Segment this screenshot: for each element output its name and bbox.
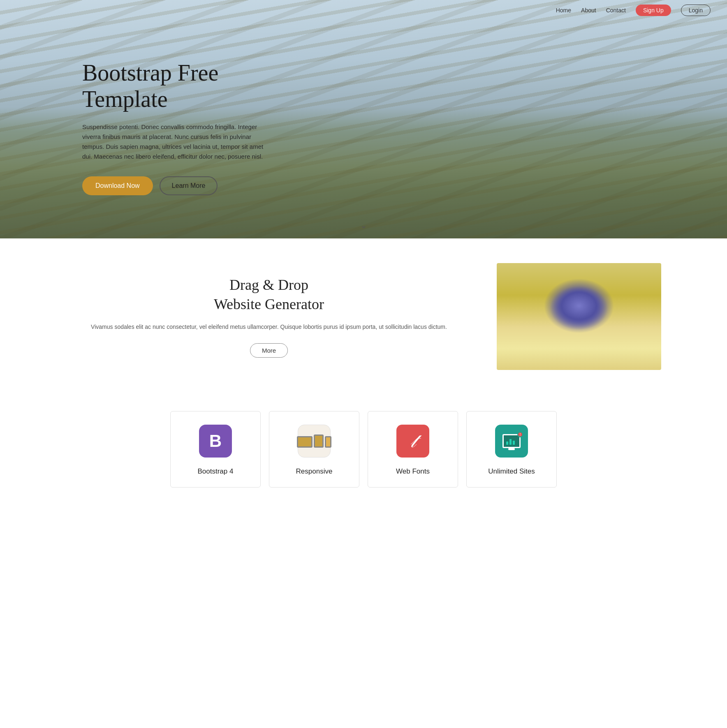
unlimited-label: Unlimited Sites xyxy=(488,467,535,476)
chart-bar-2 xyxy=(509,439,512,445)
phone-device xyxy=(325,436,331,448)
hero-buttons: Download Now Learn More xyxy=(82,176,267,195)
bootstrap-b-letter: B xyxy=(209,431,222,451)
tablet-device xyxy=(314,434,324,448)
download-now-button[interactable]: Download Now xyxy=(82,176,153,195)
feature-card-webfonts: 𝓉 Web Fonts xyxy=(368,411,458,488)
devices-graphic xyxy=(297,434,331,448)
hero-content: Bootstrap Free Template Suspendisse pote… xyxy=(0,27,267,212)
chart-bars xyxy=(506,439,515,445)
responsive-label: Responsive xyxy=(296,467,333,476)
nav-item-home[interactable]: Home xyxy=(556,7,571,14)
nav-item-about[interactable]: About xyxy=(581,7,596,14)
middle-section: Drag & Drop Website Generator Vivamus so… xyxy=(0,238,727,395)
nav-link-contact[interactable]: Contact xyxy=(606,7,626,14)
learn-more-button[interactable]: Learn More xyxy=(160,176,218,195)
hero-section: Bootstrap Free Template Suspendisse pote… xyxy=(0,0,727,238)
unlimited-icon-inner: ! xyxy=(502,434,521,448)
middle-image xyxy=(497,263,661,370)
nav-link-about[interactable]: About xyxy=(581,7,596,14)
feature-card-unlimited: ! Unlimited Sites xyxy=(466,411,557,488)
monitor-device xyxy=(297,436,313,448)
responsive-icon xyxy=(298,425,331,458)
script-f-letter: 𝓉 xyxy=(410,430,416,452)
scroll-chevron-icon[interactable]: ⌄ xyxy=(360,220,367,230)
more-button[interactable]: More xyxy=(250,343,288,358)
chart-bar-3 xyxy=(513,441,515,445)
middle-text: Drag & Drop Website Generator Vivamus so… xyxy=(66,263,472,370)
unlimited-icon: ! xyxy=(495,425,528,458)
feature-card-responsive: Responsive xyxy=(269,411,359,488)
features-section: B Bootstrap 4 Responsive 𝓉 Web Fonts xyxy=(0,395,727,512)
webfonts-icon: 𝓉 xyxy=(396,425,429,458)
hero-description: Suspendisse potenti. Donec convallis com… xyxy=(82,122,267,162)
feature-card-bootstrap: B Bootstrap 4 xyxy=(170,411,261,488)
login-button[interactable]: Login xyxy=(681,5,711,16)
chart-bar-1 xyxy=(506,441,508,445)
bootstrap-icon: B xyxy=(199,425,232,458)
middle-title: Drag & Drop Website Generator xyxy=(66,275,472,314)
navbar: Home About Contact Sign Up Login xyxy=(0,0,727,21)
signup-button[interactable]: Sign Up xyxy=(636,5,671,16)
alert-dot-icon: ! xyxy=(517,432,523,437)
hero-title: Bootstrap Free Template xyxy=(82,60,267,113)
nav-link-home[interactable]: Home xyxy=(556,7,571,14)
middle-description: Vivamus sodales elit ac nunc consectetur… xyxy=(66,322,472,332)
webfonts-label: Web Fonts xyxy=(396,467,430,476)
bootstrap-label: Bootstrap 4 xyxy=(198,467,234,476)
nav-item-contact[interactable]: Contact xyxy=(606,7,626,14)
nav-item-login[interactable]: Login xyxy=(681,7,711,14)
flower-background xyxy=(497,263,661,370)
nav-links: Home About Contact Sign Up Login xyxy=(556,7,711,14)
middle-title-text: Drag & Drop Website Generator xyxy=(214,277,324,312)
nav-item-signup[interactable]: Sign Up xyxy=(636,7,671,14)
